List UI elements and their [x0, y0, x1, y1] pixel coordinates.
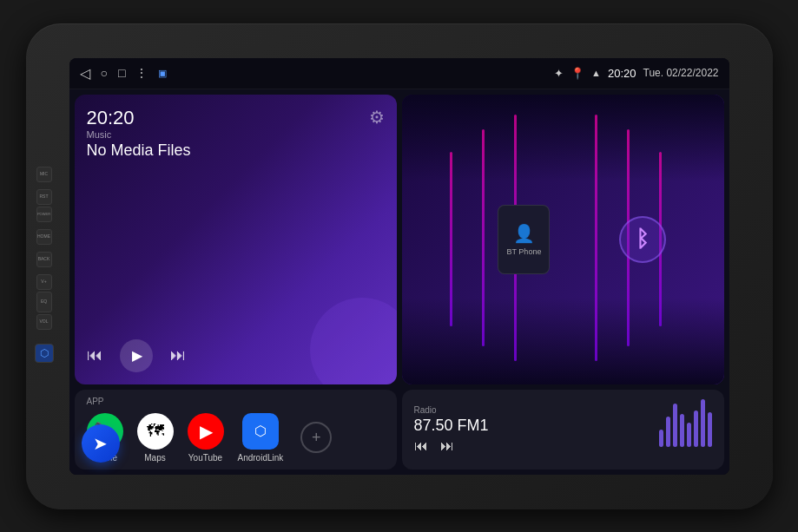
radio-bar: [708, 412, 712, 447]
recents-nav-icon[interactable]: □: [118, 66, 125, 80]
app-widget-label: APP: [87, 397, 385, 406]
navigation-button[interactable]: ➤: [82, 424, 120, 463]
music-label: Music: [87, 129, 385, 140]
side-buttons: MIC RST POWER HOME BACK V+ E: [35, 167, 54, 366]
bt-widget: 👤 BT Phone ᛒ: [402, 95, 724, 384]
radio-info: Radio 87.50 FM1 ⏮ ⏭: [414, 405, 650, 454]
music-title: No Media Files: [87, 141, 385, 160]
radio-bar: [687, 423, 691, 447]
back-nav-icon[interactable]: ◁: [80, 65, 90, 82]
vol-up-button[interactable]: V+: [36, 274, 52, 290]
radio-bar: [659, 430, 663, 447]
bluetooth-status-icon: ✦: [554, 67, 564, 80]
app-icons-row: 📞 Phone 🗺 Maps ▶ YouTub: [87, 413, 385, 463]
vol-down-button[interactable]: VOL: [36, 314, 52, 330]
radio-bar: [666, 417, 670, 447]
radio-widget: Radio 87.50 FM1 ⏮ ⏭: [402, 390, 724, 470]
rst-button[interactable]: RST: [36, 189, 52, 205]
bt-phone-card[interactable]: 👤 BT Phone: [498, 205, 550, 274]
navigation-icon: ➤: [93, 433, 108, 454]
home-button[interactable]: HOME: [36, 229, 52, 245]
status-bar: ◁ ○ □ ⋮ ▣ ✦ 📍 ▲ 20:20 Tue. 02/22/2022: [69, 58, 729, 89]
maps-app-label: Maps: [144, 453, 165, 463]
radio-next-button[interactable]: ⏭: [440, 438, 454, 454]
youtube-app-icon: ▶: [188, 413, 224, 450]
music-prev-button[interactable]: ⏮: [87, 346, 102, 365]
nav-icons: ◁ ○ □ ⋮ ▣: [80, 65, 168, 82]
power-button[interactable]: POWER: [36, 207, 52, 222]
corridor-lines: [402, 95, 724, 384]
radio-bar: [701, 399, 705, 447]
app-youtube[interactable]: ▶ YouTube: [188, 413, 224, 463]
bt-phone-icon: 👤: [513, 223, 535, 244]
music-widget: 20:20 Music No Media Files ⚙ ⏮ ▶ ⏭: [75, 95, 397, 384]
3d-button[interactable]: ⬡: [35, 344, 54, 363]
back-button[interactable]: BACK: [36, 252, 52, 267]
music-controls: ⏮ ▶ ⏭: [87, 339, 385, 372]
radio-frequency: 87.50 FM1: [414, 417, 650, 435]
mic-button[interactable]: MIC: [36, 167, 52, 182]
screen-nav-icon[interactable]: ▣: [158, 68, 167, 79]
menu-nav-icon[interactable]: ⋮: [135, 66, 148, 80]
status-time: 20:20: [608, 67, 636, 80]
bt-logo-symbol: ᛒ: [636, 226, 650, 253]
radio-label: Radio: [414, 405, 650, 415]
status-right: ✦ 📍 ▲ 20:20 Tue. 02/22/2022: [554, 67, 718, 80]
bt-logo[interactable]: ᛒ: [619, 216, 666, 263]
radio-bar: [680, 414, 684, 447]
maps-app-icon: 🗺: [137, 413, 174, 450]
app-widget: APP 📞 Phone 🗺 Maps: [75, 390, 397, 470]
androidlink-app-label: AndroidLink: [238, 453, 284, 463]
radio-bar: [673, 404, 677, 447]
main-content: 20:20 Music No Media Files ⚙ ⏮ ▶ ⏭: [69, 89, 729, 475]
bt-phone-label: BT Phone: [507, 247, 542, 256]
music-next-button[interactable]: ⏭: [170, 346, 186, 365]
main-screen: ◁ ○ □ ⋮ ▣ ✦ 📍 ▲ 20:20 Tue. 02/22/2022 20…: [69, 58, 729, 475]
home-nav-icon[interactable]: ○: [101, 66, 108, 80]
app-add-button[interactable]: +: [300, 422, 332, 453]
eq-button[interactable]: EQ: [36, 292, 52, 312]
music-clock: 20:20: [87, 107, 385, 129]
location-status-icon: 📍: [570, 67, 584, 80]
youtube-app-label: YouTube: [188, 453, 222, 463]
music-gear-icon[interactable]: ⚙: [369, 107, 385, 128]
radio-prev-button[interactable]: ⏮: [414, 438, 428, 454]
car-bezel: MIC RST POWER HOME BACK V+ E: [26, 23, 773, 509]
status-date: Tue. 02/22/2022: [643, 67, 719, 79]
music-play-icon: ▶: [132, 347, 142, 364]
wifi-status-icon: ▲: [591, 68, 601, 78]
radio-bar: [694, 410, 698, 447]
radio-controls: ⏮ ⏭: [414, 438, 650, 454]
app-androidlink[interactable]: ⬡ AndroidLink: [238, 413, 284, 463]
radio-wave-visual: [659, 412, 712, 447]
androidlink-app-icon: ⬡: [242, 413, 279, 450]
music-play-button[interactable]: ▶: [120, 339, 153, 372]
app-maps[interactable]: 🗺 Maps: [137, 413, 174, 463]
